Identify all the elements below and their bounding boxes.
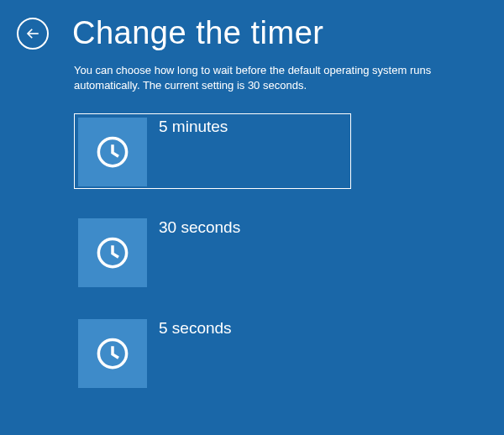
clock-icon [95, 336, 130, 371]
content: You can choose how long to wait before t… [0, 51, 504, 390]
description-text: You can choose how long to wait before t… [74, 63, 470, 93]
timer-option-5-minutes[interactable]: 5 minutes [74, 113, 351, 189]
option-tile [78, 218, 147, 287]
option-label: 5 seconds [159, 319, 232, 338]
timer-option-30-seconds[interactable]: 30 seconds [74, 214, 351, 290]
timer-option-5-seconds[interactable]: 5 seconds [74, 315, 351, 390]
back-arrow-icon [25, 26, 40, 41]
timer-options: 5 minutes 30 seconds 5 seconds [74, 113, 470, 390]
option-label: 5 minutes [159, 118, 228, 136]
clock-icon [95, 134, 130, 170]
page-title: Change the timer [72, 15, 324, 51]
header: Change the timer [0, 0, 504, 51]
back-button[interactable] [17, 18, 49, 50]
option-tile [78, 118, 147, 186]
option-label: 30 seconds [159, 218, 240, 237]
option-tile [78, 319, 147, 388]
clock-icon [95, 235, 130, 270]
